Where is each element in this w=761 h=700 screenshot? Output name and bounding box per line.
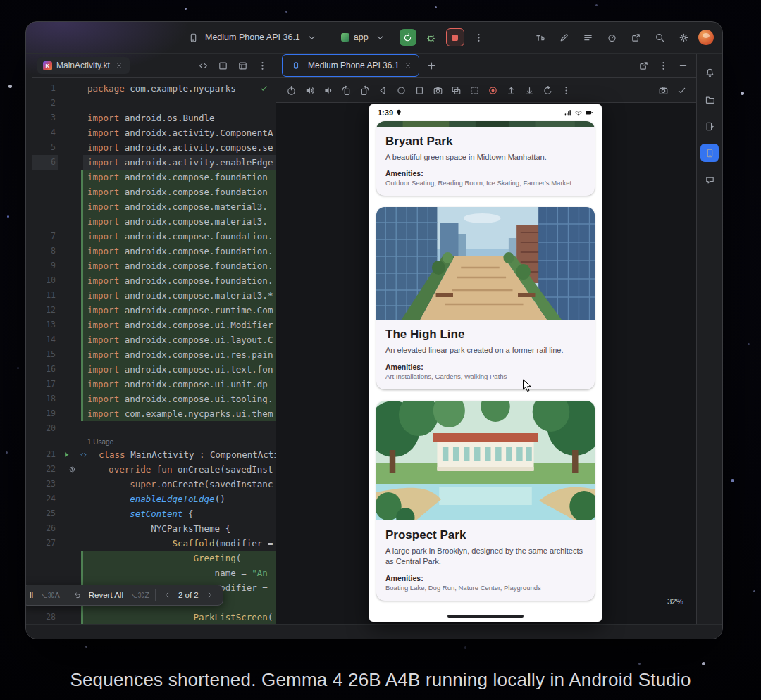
home-icon[interactable]: [393, 82, 409, 98]
search-icon[interactable]: [652, 30, 667, 45]
line-number[interactable]: 10: [32, 273, 58, 288]
code-line[interactable]: 24 enableEdgeToEdge(): [32, 492, 276, 506]
inspection-ok-icon[interactable]: [259, 84, 268, 95]
line-number[interactable]: 9: [32, 258, 58, 273]
line-number[interactable]: 26: [32, 521, 58, 536]
code-line[interactable]: 16import androidx.compose.ui.text.fon: [32, 362, 276, 377]
line-number[interactable]: 14: [32, 332, 58, 347]
line-number[interactable]: 2: [32, 96, 58, 111]
checkmark-icon[interactable]: [674, 82, 689, 98]
code-line[interactable]: 12import androidx.compose.runtime.Com: [32, 303, 276, 318]
overview-icon[interactable]: [412, 82, 427, 98]
run-config-selector[interactable]: app: [337, 27, 392, 48]
debug-button[interactable]: [423, 30, 439, 45]
letters-icon[interactable]: [532, 30, 547, 45]
code-line[interactable]: 1package com.example.nycparks: [32, 81, 276, 96]
line-number[interactable]: 7: [32, 229, 58, 244]
line-number[interactable]: 16: [32, 362, 58, 377]
line-number[interactable]: 3: [32, 111, 58, 125]
line-number[interactable]: 12: [32, 303, 58, 318]
reset-icon[interactable]: [540, 82, 555, 98]
code-line[interactable]: 19import com.example.nycparks.ui.them: [32, 406, 276, 421]
close-icon[interactable]: [114, 61, 124, 70]
code-view-icon[interactable]: [195, 58, 211, 73]
line-number[interactable]: 19: [32, 406, 58, 421]
code-line[interactable]: 4import androidx.activity.ComponentA: [32, 125, 276, 140]
code-line[interactable]: 9import androidx.compose.foundation.: [32, 258, 276, 273]
tab-medium-phone[interactable]: Medium Phone API 36.1: [282, 54, 419, 77]
line-number[interactable]: 18: [32, 392, 58, 406]
run-gutter-icon[interactable]: [58, 447, 74, 463]
line-number[interactable]: 4: [32, 125, 58, 140]
code-line[interactable]: 5import androidx.activity.compose.se: [32, 140, 276, 155]
code-line[interactable]: 2: [32, 96, 276, 111]
gesture-nav-handle[interactable]: [447, 615, 524, 618]
minimize-icon[interactable]: [675, 58, 691, 73]
line-number[interactable]: 28: [32, 610, 58, 624]
park-card[interactable]: Bryant ParkA beautiful green space in Mi…: [376, 121, 595, 196]
code-line[interactable]: import androidx.compose.material3.: [32, 214, 276, 229]
line-number[interactable]: 25: [32, 506, 58, 521]
line-number[interactable]: 8: [32, 244, 58, 258]
device-manager-tool-button[interactable]: [700, 117, 719, 135]
line-number[interactable]: 5: [32, 140, 58, 155]
code-line[interactable]: 10import androidx.compose.foundation.: [32, 273, 276, 288]
code-line[interactable]: 8import androidx.compose.foundation.: [32, 244, 276, 258]
next-change-button[interactable]: [204, 589, 216, 601]
add-device-tab-button[interactable]: [423, 58, 439, 73]
code-line[interactable]: 26 NYCParksTheme {: [32, 521, 276, 536]
code-line[interactable]: 7import androidx.compose.foundation.: [32, 229, 276, 244]
code-line[interactable]: 28 ParkListScreen(: [32, 610, 276, 624]
code-line[interactable]: import androidx.compose.foundation: [32, 170, 276, 185]
device-explorer-tool-button[interactable]: [700, 90, 719, 108]
line-number[interactable]: 23: [32, 477, 58, 492]
line-number[interactable]: 22: [32, 462, 58, 477]
code-line[interactable]: Greeting(: [32, 551, 276, 565]
close-icon[interactable]: [403, 61, 413, 70]
line-number[interactable]: 15: [32, 347, 58, 362]
pen-icon[interactable]: [556, 30, 571, 45]
override-gutter-icon[interactable]: [64, 462, 80, 477]
share-icon[interactable]: [628, 30, 643, 45]
code-line[interactable]: 20: [32, 421, 276, 436]
rerun-button[interactable]: [400, 29, 416, 46]
code-line[interactable]: 21class MainActivity : ComponentActiv: [32, 447, 276, 462]
volume-down-icon[interactable]: [320, 82, 335, 98]
code-line[interactable]: name = "An: [32, 565, 276, 580]
park-card[interactable]: Prospect ParkA large park in Brooklyn, d…: [376, 401, 595, 601]
line-number[interactable]: 24: [32, 492, 58, 506]
record-icon[interactable]: [485, 82, 500, 98]
upload-icon[interactable]: [503, 82, 519, 98]
emulator-screen[interactable]: 1:39 Bryant ParkA beautiful green space …: [369, 104, 602, 622]
code-line[interactable]: 15import androidx.compose.ui.res.pain: [32, 347, 276, 362]
power-icon[interactable]: [283, 82, 299, 98]
settings-gear-icon[interactable]: [676, 30, 691, 45]
code-line[interactable]: 22 override fun onCreate(savedInst: [32, 462, 276, 477]
code-line[interactable]: 1 Usage: [32, 436, 276, 447]
revert-all-button[interactable]: Revert All: [89, 591, 123, 599]
region-capture-icon[interactable]: [466, 82, 482, 98]
line-number[interactable]: 6: [32, 155, 58, 170]
line-number[interactable]: 17: [32, 377, 58, 392]
code-editor[interactable]: 1package com.example.nycparks23import an…: [32, 78, 276, 624]
more-actions-button[interactable]: [471, 30, 487, 45]
code-line[interactable]: import androidx.compose.foundation: [32, 185, 276, 199]
back-icon[interactable]: [375, 82, 390, 98]
code-view-icon[interactable]: [75, 447, 91, 463]
code-line[interactable]: 11import androidx.compose.material3.*: [32, 288, 276, 303]
screenshot-icon[interactable]: [430, 82, 445, 98]
download-icon[interactable]: [521, 82, 537, 98]
volume-up-icon[interactable]: [302, 82, 317, 98]
code-line[interactable]: 18import androidx.compose.ui.tooling.: [32, 392, 276, 406]
profiler-icon[interactable]: [604, 30, 619, 45]
more-icon[interactable]: [655, 58, 671, 73]
more-icon[interactable]: [558, 82, 574, 98]
line-number[interactable]: 21: [32, 447, 58, 462]
stop-button[interactable]: [446, 28, 464, 46]
code-line[interactable]: 25 setContent {: [32, 506, 276, 521]
design-view-icon[interactable]: [235, 58, 250, 73]
code-line[interactable]: 6import androidx.activity.enableEdge: [32, 155, 276, 170]
code-line[interactable]: 13import androidx.compose.ui.Modifier: [32, 318, 276, 332]
split-view-icon[interactable]: [215, 58, 230, 73]
previous-change-button[interactable]: [161, 589, 173, 601]
